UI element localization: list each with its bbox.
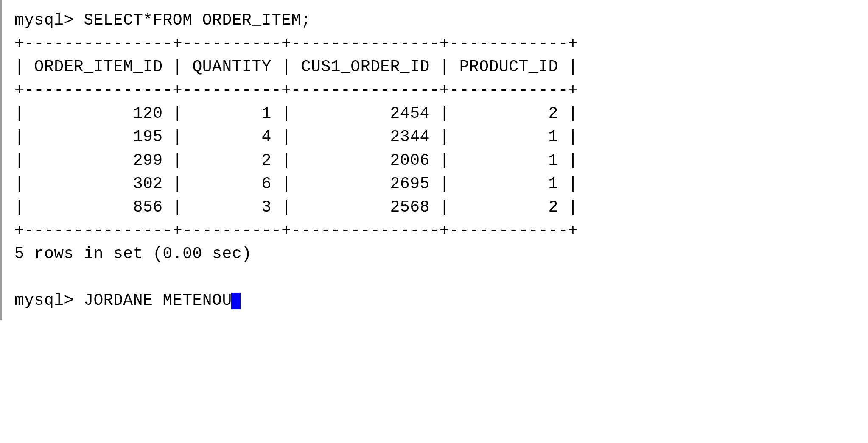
table-row: | 195 | 4 | 2344 | 1 | [14,128,578,146]
command-input[interactable]: JORDANE METENOU [84,291,232,309]
table-row: | 299 | 2 | 2006 | 1 | [14,151,578,170]
status-line: 5 rows in set (0.00 sec) [14,245,252,263]
cursor-icon [231,293,241,309]
prompt: mysql> [14,291,74,309]
table-row: | 302 | 6 | 2695 | 1 | [14,175,578,193]
table-header: | ORDER_ITEM_ID | QUANTITY | CUS1_ORDER_… [14,58,578,76]
table-border-mid: +---------------+----------+------------… [14,81,578,99]
mysql-terminal[interactable]: mysql> SELECT*FROM ORDER_ITEM; +--------… [0,0,868,320]
table-row: | 856 | 3 | 2568 | 2 | [14,198,578,216]
table-row: | 120 | 1 | 2454 | 2 | [14,104,578,123]
table-border-bot: +---------------+----------+------------… [14,221,578,240]
prompt: mysql> [14,11,74,29]
table-border-top: +---------------+----------+------------… [14,34,578,53]
sql-query: SELECT*FROM ORDER_ITEM; [84,11,311,29]
